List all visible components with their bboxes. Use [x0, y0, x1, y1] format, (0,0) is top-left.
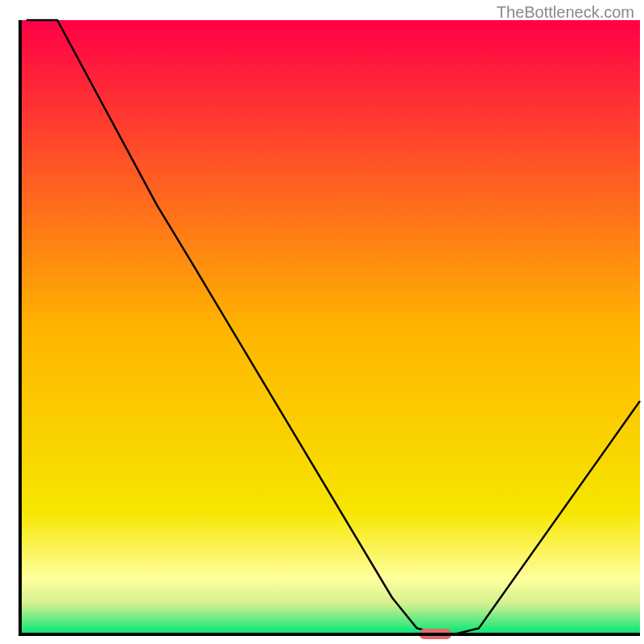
watermark-text: TheBottleneck.com	[497, 3, 634, 22]
bottleneck-chart: TheBottleneck.com	[0, 0, 644, 644]
chart-svg	[0, 0, 644, 644]
plot-background	[20, 20, 640, 634]
